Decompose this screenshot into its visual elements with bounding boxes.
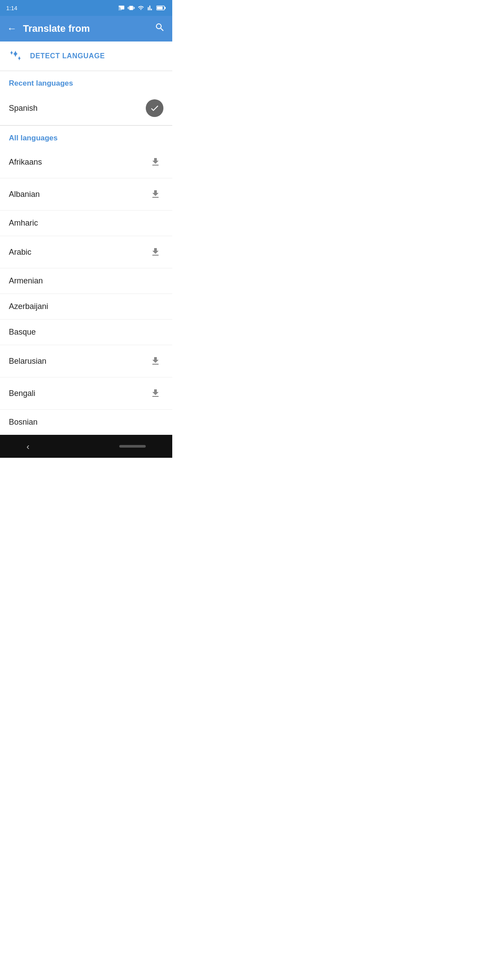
- downloaded-icon: [146, 99, 163, 117]
- download-icon[interactable]: [148, 154, 163, 170]
- toolbar: ← Translate from: [0, 16, 172, 41]
- sparkle-icon: [9, 49, 22, 63]
- language-name: Belarusian: [9, 357, 46, 366]
- language-item[interactable]: Azerbaijani: [0, 294, 172, 320]
- nav-back-button[interactable]: ‹: [26, 441, 30, 452]
- recent-languages-heading: Recent languages: [0, 71, 172, 91]
- language-name: Spanish: [9, 104, 38, 113]
- battery-icon: [156, 5, 166, 11]
- language-item[interactable]: Basque: [0, 320, 172, 345]
- nav-home-pill[interactable]: [119, 445, 146, 448]
- language-item[interactable]: Bosnian: [0, 410, 172, 435]
- back-button[interactable]: ←: [7, 23, 17, 34]
- language-name: Arabic: [9, 248, 31, 257]
- language-item[interactable]: Bengali: [0, 377, 172, 410]
- signal-icon: [147, 5, 154, 11]
- language-item[interactable]: Arabic: [0, 236, 172, 268]
- status-bar: 1:14: [0, 0, 172, 16]
- bottom-nav: ‹: [0, 435, 172, 458]
- all-languages-list: AfrikaansAlbanianAmharicArabicArmenianAz…: [0, 146, 172, 435]
- status-time: 1:14: [6, 5, 17, 11]
- wifi-icon: [137, 5, 145, 11]
- page-title: Translate from: [23, 23, 155, 34]
- language-item[interactable]: Armenian: [0, 268, 172, 294]
- language-item-spanish[interactable]: Spanish: [0, 91, 172, 125]
- download-icon[interactable]: [148, 385, 163, 401]
- language-name: Bosnian: [9, 418, 38, 427]
- language-name: Basque: [9, 328, 36, 337]
- language-item[interactable]: Albanian: [0, 178, 172, 211]
- cast-icon: [117, 5, 125, 11]
- language-name: Amharic: [9, 219, 38, 228]
- language-name: Armenian: [9, 276, 43, 286]
- language-name: Azerbaijani: [9, 302, 48, 311]
- search-button[interactable]: [155, 22, 165, 35]
- detect-language-row[interactable]: DETECT LANGUAGE: [0, 41, 172, 71]
- language-name: Albanian: [9, 190, 40, 199]
- svg-rect-1: [164, 7, 166, 9]
- language-item[interactable]: Amharic: [0, 211, 172, 236]
- status-icons: [117, 4, 166, 11]
- language-item[interactable]: Belarusian: [0, 345, 172, 377]
- detect-language-label: DETECT LANGUAGE: [30, 52, 105, 60]
- svg-rect-2: [157, 7, 163, 9]
- language-name: Afrikaans: [9, 158, 42, 167]
- vibrate-icon: [128, 4, 135, 11]
- all-languages-heading: All languages: [0, 126, 172, 146]
- download-icon[interactable]: [148, 353, 163, 369]
- download-icon[interactable]: [148, 244, 163, 260]
- language-name: Bengali: [9, 389, 35, 398]
- language-item[interactable]: Afrikaans: [0, 146, 172, 178]
- download-icon[interactable]: [148, 186, 163, 202]
